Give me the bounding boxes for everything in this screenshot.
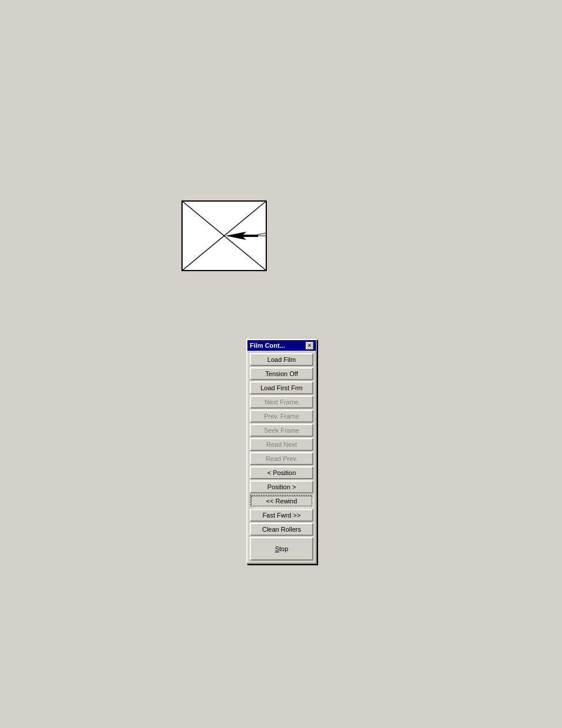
read-prev-button[interactable]: Read Prev. xyxy=(250,452,313,465)
position-left-button[interactable]: < Position xyxy=(250,466,313,479)
image-placeholder xyxy=(181,200,267,271)
stop-label-rest: top xyxy=(279,545,288,552)
fast-fwd-button[interactable]: Fast Fwrd >> xyxy=(250,509,313,522)
clean-rollers-button[interactable]: Clean Rollers xyxy=(250,523,313,536)
read-next-button[interactable]: Read Next xyxy=(250,438,313,451)
seek-frame-button[interactable]: Seek Frame xyxy=(250,424,313,437)
stop-button[interactable]: Stop xyxy=(250,537,313,561)
dialog-body: Load Film Tension Off Load First Frm Nex… xyxy=(247,351,316,563)
film-control-dialog: Film Cont... × Load Film Tension Off Loa… xyxy=(246,339,317,564)
position-right-button[interactable]: Position > xyxy=(250,480,313,493)
tension-off-button[interactable]: Tension Off xyxy=(250,367,313,380)
next-frame-button[interactable]: Next Frame xyxy=(250,396,313,409)
dialog-titlebar: Film Cont... × xyxy=(247,340,316,351)
load-film-button[interactable]: Load Film xyxy=(250,353,313,366)
prev-frame-button[interactable]: Prev. Frame xyxy=(250,410,313,423)
rewind-button[interactable]: << Rewind xyxy=(250,495,313,508)
stop-underline-s: S xyxy=(275,545,279,552)
dialog-title: Film Cont... xyxy=(250,342,285,349)
dialog-close-button[interactable]: × xyxy=(306,342,313,350)
load-first-frm-button[interactable]: Load First Frm xyxy=(250,381,313,394)
